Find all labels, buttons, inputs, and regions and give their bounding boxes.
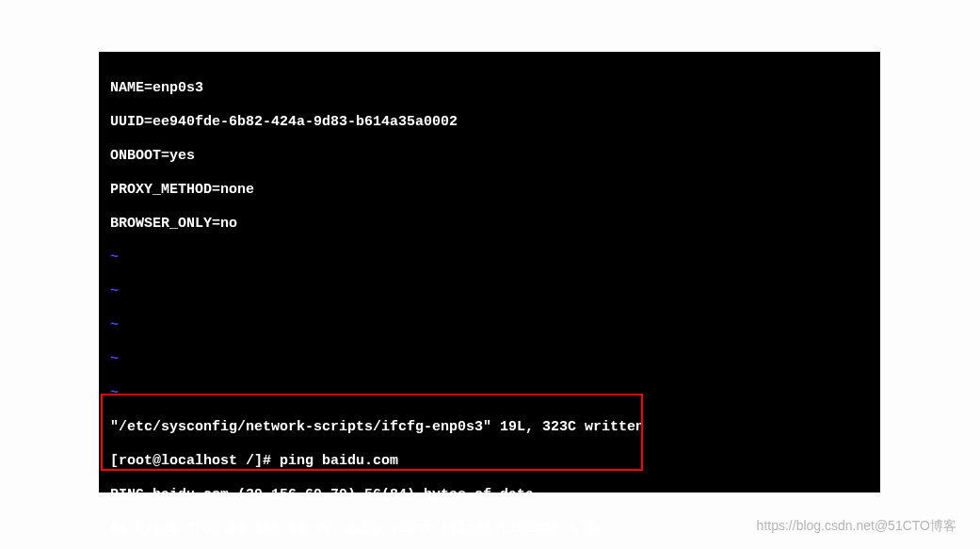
- cfg-name: NAME=enp0s3: [110, 80, 880, 97]
- shell-prompt-ping1: [root@localhost /]# ping baidu.com: [110, 453, 880, 470]
- cfg-proxy: PROXY_METHOD=none: [110, 182, 880, 199]
- vi-tilde: ~: [110, 283, 880, 300]
- watermark-text: https://blog.csdn.net@51CTO博客: [757, 518, 956, 535]
- terminal-window[interactable]: NAME=enp0s3 UUID=ee940fde-6b82-424a-9d83…: [99, 52, 880, 492]
- vi-tilde: ~: [110, 250, 880, 266]
- vi-tilde: ~: [110, 351, 880, 368]
- vi-tilde: ~: [110, 317, 880, 334]
- cfg-onboot: ONBOOT=yes: [110, 148, 880, 165]
- ping1-header: PING baidu.com (39.156.69.79) 56(84) byt…: [110, 487, 880, 504]
- cfg-uuid: UUID=ee940fde-6b82-424a-9d83-b614a35a000…: [110, 114, 880, 131]
- cfg-browser: BROWSER_ONLY=no: [110, 216, 880, 233]
- file-saved-msg: "/etc/sysconfig/network-scripts/ifcfg-en…: [110, 419, 880, 436]
- vi-tilde: ~: [110, 385, 880, 402]
